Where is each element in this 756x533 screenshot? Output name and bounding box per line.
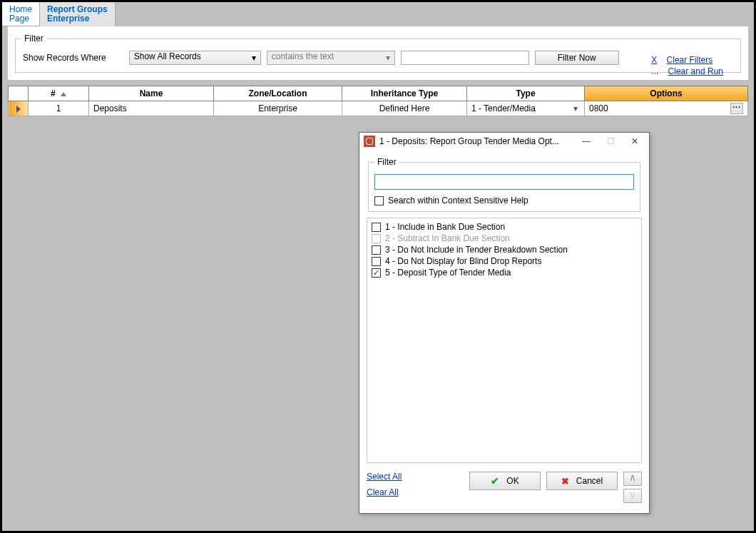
sort-asc-icon	[61, 92, 66, 96]
options-list: 1 - Include in Bank Due Section2 - Subtr…	[367, 218, 642, 463]
move-up-button[interactable]: /\	[623, 472, 642, 486]
cell-name[interactable]: Deposits	[89, 101, 214, 116]
close-button[interactable]: ✕	[625, 136, 645, 146]
filter-select-records-value: Show All Records	[134, 51, 201, 61]
select-all-link[interactable]: Select All	[367, 472, 424, 482]
dialog-title: 1 - Deposits: Report Group Tender Media …	[379, 136, 572, 146]
col-rowheader	[9, 86, 29, 101]
checkmark-icon: ✔	[491, 475, 499, 487]
cell-inheritance: Defined Here	[342, 101, 467, 116]
option-label: 5 - Deposit Type of Tender Media	[385, 268, 511, 278]
filter-legend: Filter	[21, 34, 46, 44]
option-item[interactable]: 5 - Deposit Type of Tender Media	[372, 267, 637, 278]
option-label: 1 - Include in Bank Due Section	[385, 222, 505, 232]
filter-text-input[interactable]	[401, 51, 529, 65]
chevron-down-icon: ▾	[386, 53, 390, 63]
col-options[interactable]: Options	[585, 86, 748, 101]
option-item: 2 - Subtract In Bank Due Section	[372, 233, 637, 244]
col-zone[interactable]: Zone/Location	[214, 86, 342, 101]
cell-type-value: 1 - Tender/Media	[471, 103, 536, 113]
clear-filters-x-link[interactable]: X	[651, 55, 657, 65]
oracle-icon	[364, 136, 375, 147]
option-label: 2 - Subtract In Bank Due Section	[385, 233, 510, 243]
row-arrow-icon	[16, 106, 21, 113]
option-label: 3 - Do Not Include in Tender Breakdown S…	[385, 245, 568, 255]
option-checkbox[interactable]	[372, 245, 381, 255]
cell-zone: Enterprise	[214, 101, 342, 116]
clear-all-link[interactable]: Clear All	[367, 487, 424, 497]
x-icon: ✖	[561, 476, 569, 487]
cell-options-value: 0800	[589, 103, 727, 113]
ok-button-label: OK	[506, 476, 519, 486]
dialog-filter-input[interactable]	[374, 174, 634, 190]
clear-filters-link[interactable]: Clear Filters	[667, 55, 713, 65]
dialog-filter-legend: Filter	[374, 157, 399, 167]
cell-number: 1	[29, 101, 89, 116]
filter-select-records[interactable]: Show All Records ▾	[129, 51, 261, 65]
minimize-button[interactable]: —	[576, 136, 596, 146]
col-type[interactable]: Type	[467, 86, 585, 101]
option-checkbox[interactable]	[372, 223, 381, 232]
options-ellipsis-button[interactable]: ···	[730, 103, 743, 114]
clear-run-dots[interactable]: ...	[651, 66, 658, 76]
options-dialog: 1 - Deposits: Report Group Tender Media …	[359, 132, 650, 514]
col-number-label: #	[51, 88, 56, 98]
search-help-checkbox[interactable]	[374, 196, 384, 205]
cancel-button[interactable]: ✖ Cancel	[546, 472, 618, 490]
col-inheritance[interactable]: Inheritance Type	[342, 86, 467, 101]
col-number[interactable]: #	[29, 86, 89, 101]
maximize-button[interactable]: ☐	[601, 136, 620, 146]
col-name[interactable]: Name	[89, 86, 214, 101]
tab-report-groups-enterprise[interactable]: Report Groups Enterprise	[40, 2, 116, 26]
move-down-button[interactable]: \/	[623, 489, 642, 503]
row-indicator	[9, 101, 29, 116]
table-row[interactable]: 1 Deposits Enterprise Defined Here 1 - T…	[9, 101, 748, 116]
cell-type[interactable]: 1 - Tender/Media ▾	[467, 101, 585, 116]
chevron-down-icon: ▾	[252, 53, 256, 63]
option-checkbox[interactable]	[372, 268, 381, 278]
option-checkbox	[372, 234, 381, 243]
search-help-label: Search within Context Sensitive Help	[388, 196, 528, 205]
filter-label: Show Records Where	[23, 53, 106, 63]
tab-home-page[interactable]: Home Page	[2, 2, 40, 26]
chevron-down-icon[interactable]: ▾	[571, 103, 580, 113]
filter-now-button[interactable]: Filter Now	[535, 51, 619, 65]
option-checkbox[interactable]	[372, 257, 381, 266]
filter-select-operator[interactable]: contains the text ▾	[267, 51, 395, 65]
ok-button[interactable]: ✔ OK	[469, 472, 541, 490]
cancel-button-label: Cancel	[576, 476, 603, 486]
filter-select-operator-value: contains the text	[272, 51, 334, 61]
option-item[interactable]: 3 - Do Not Include in Tender Breakdown S…	[372, 244, 637, 255]
cell-options[interactable]: 0800 ···	[585, 101, 748, 116]
option-item[interactable]: 4 - Do Not Display for Blind Drop Report…	[372, 255, 637, 267]
clear-and-run-link[interactable]: Clear and Run	[668, 66, 723, 76]
option-item[interactable]: 1 - Include in Bank Due Section	[372, 221, 637, 233]
option-label: 4 - Do Not Display for Blind Drop Report…	[385, 256, 541, 266]
